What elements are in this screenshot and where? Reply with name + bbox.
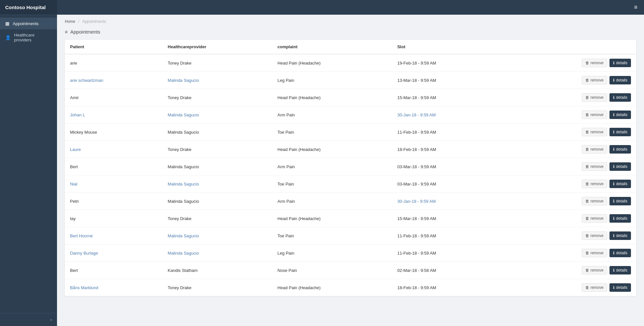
appointments-icon: ▦: [5, 21, 9, 26]
table-row: Bert Hoorne Malinda Sagucio Toe Pain 11-…: [65, 227, 636, 244]
sidebar-collapse-button[interactable]: ‹: [0, 313, 57, 326]
details-button[interactable]: ℹ details: [609, 214, 631, 223]
details-button[interactable]: ℹ details: [609, 76, 631, 84]
page-header-icon: ≡: [65, 29, 68, 35]
trash-icon: 🗑: [585, 78, 589, 82]
patient-cell: arie schwartzman: [65, 72, 163, 89]
provider-cell: Toney Drake: [163, 141, 272, 158]
col-patient: Patient: [65, 40, 163, 54]
chevron-left-icon: ‹: [50, 317, 52, 322]
remove-button[interactable]: 🗑 remove: [582, 128, 607, 136]
remove-button[interactable]: 🗑 remove: [582, 214, 607, 223]
slot-cell: 15-Mar-18 - 9:59 AM: [392, 89, 503, 106]
remove-button[interactable]: 🗑 remove: [582, 231, 607, 240]
details-button[interactable]: ℹ details: [609, 249, 631, 257]
trash-icon: 🗑: [585, 130, 589, 134]
patient-cell: Johan L: [65, 106, 163, 124]
trash-icon: 🗑: [585, 147, 589, 152]
complaint-cell: Head Pain (Headache): [272, 279, 392, 296]
details-button[interactable]: ℹ details: [609, 266, 631, 274]
actions-cell: 🗑 remove ℹ details: [502, 210, 636, 227]
complaint-cell: Head Pain (Headache): [272, 89, 392, 106]
slot-cell: 18-Feb-18 - 9:59 AM: [392, 141, 503, 158]
remove-button[interactable]: 🗑 remove: [582, 180, 607, 188]
actions-cell: 🗑 remove ℹ details: [502, 279, 636, 296]
table-row: tay Toney Drake Head Pain (Headache) 15-…: [65, 210, 636, 227]
remove-button[interactable]: 🗑 remove: [582, 76, 607, 84]
patient-cell: arie: [65, 54, 163, 72]
breadcrumb-home[interactable]: Home: [65, 19, 75, 24]
col-actions: [502, 40, 636, 54]
complaint-cell: Head Pain (Headache): [272, 141, 392, 158]
actions-cell: 🗑 remove ℹ details: [502, 244, 636, 262]
patient-cell: Petri: [65, 193, 163, 210]
details-button[interactable]: ℹ details: [609, 197, 631, 205]
breadcrumb-current: Appointments: [82, 19, 106, 24]
patient-cell: Danny Burlage: [65, 244, 163, 262]
remove-button[interactable]: 🗑 remove: [582, 197, 607, 205]
patient-cell: Mickey Mouse: [65, 124, 163, 141]
remove-button[interactable]: 🗑 remove: [582, 59, 607, 67]
table-row: arie schwartzman Malinda Sagucio Leg Pai…: [65, 72, 636, 89]
actions-cell: 🗑 remove ℹ details: [502, 106, 636, 124]
col-complaint: complaint: [272, 40, 392, 54]
remove-button[interactable]: 🗑 remove: [582, 145, 607, 154]
actions-cell: 🗑 remove ℹ details: [502, 89, 636, 106]
slot-cell: 13-Mar-18 - 9:59 AM: [392, 72, 503, 89]
provider-cell: Malinda Sagucio: [163, 244, 272, 262]
complaint-cell: Toe Pain: [272, 124, 392, 141]
provider-cell: Malinda Sagucio: [163, 72, 272, 89]
info-icon: ℹ: [613, 95, 615, 100]
details-button[interactable]: ℹ details: [609, 145, 631, 154]
remove-button[interactable]: 🗑 remove: [582, 249, 607, 257]
details-button[interactable]: ℹ details: [609, 93, 631, 102]
sidebar-item-appointments[interactable]: ▦ Appointments: [0, 18, 57, 29]
patient-cell: Båns Marklund: [65, 279, 163, 296]
sidebar-item-healthcare-providers[interactable]: 👤 Healthcare providers: [0, 29, 57, 46]
topbar-menu-icon[interactable]: ≡: [634, 4, 637, 11]
info-icon: ℹ: [613, 233, 615, 238]
remove-button[interactable]: 🗑 remove: [582, 111, 607, 119]
patient-cell: Bert: [65, 262, 163, 279]
table-row: arie Toney Drake Head Pain (Headache) 19…: [65, 54, 636, 72]
breadcrumb-separator: /: [78, 19, 79, 24]
details-button[interactable]: ℹ details: [609, 162, 631, 171]
actions-cell: 🗑 remove ℹ details: [502, 141, 636, 158]
details-button[interactable]: ℹ details: [609, 180, 631, 188]
provider-cell: Malinda Sagucio: [163, 227, 272, 244]
table-row: Petri Malinda Sagucio Arm Pain 30-Jan-18…: [65, 193, 636, 210]
remove-button[interactable]: 🗑 remove: [582, 283, 607, 292]
table-row: Johan L Malinda Sagucio Arm Pain 30-Jan-…: [65, 106, 636, 124]
table-row: Båns Marklund Toney Drake Head Pain (Hea…: [65, 279, 636, 296]
remove-button[interactable]: 🗑 remove: [582, 162, 607, 171]
details-button[interactable]: ℹ details: [609, 231, 631, 240]
details-button[interactable]: ℹ details: [609, 128, 631, 136]
app-title: Contoso Hospital: [0, 0, 57, 15]
table-body: arie Toney Drake Head Pain (Headache) 19…: [65, 54, 636, 296]
trash-icon: 🗑: [585, 112, 589, 117]
trash-icon: 🗑: [585, 216, 589, 221]
provider-cell: Malinda Sagucio: [163, 158, 272, 175]
details-button[interactable]: ℹ details: [609, 111, 631, 119]
complaint-cell: Leg Pain: [272, 72, 392, 89]
details-button[interactable]: ℹ details: [609, 59, 631, 67]
actions-cell: 🗑 remove ℹ details: [502, 72, 636, 89]
patient-cell: Bert: [65, 158, 163, 175]
trash-icon: 🗑: [585, 251, 589, 255]
slot-cell: 02-Mar-18 - 9:58 AM: [392, 262, 503, 279]
actions-cell: 🗑 remove ℹ details: [502, 124, 636, 141]
trash-icon: 🗑: [585, 95, 589, 100]
details-button[interactable]: ℹ details: [609, 283, 631, 292]
page-header: ≡ Appointments: [57, 26, 644, 40]
remove-button[interactable]: 🗑 remove: [582, 266, 607, 274]
info-icon: ℹ: [613, 268, 615, 273]
info-icon: ℹ: [613, 147, 615, 152]
remove-button[interactable]: 🗑 remove: [582, 93, 607, 102]
info-icon: ℹ: [613, 61, 615, 65]
slot-cell: 18-Feb-18 - 9:59 AM: [392, 279, 503, 296]
provider-cell: Kandis Statham: [163, 262, 272, 279]
sidebar: Contoso Hospital ▦ Appointments 👤 Health…: [0, 0, 57, 326]
info-icon: ℹ: [613, 78, 615, 82]
slot-cell: 15-Mar-18 - 9:59 AM: [392, 210, 503, 227]
complaint-cell: Toe Pain: [272, 175, 392, 193]
